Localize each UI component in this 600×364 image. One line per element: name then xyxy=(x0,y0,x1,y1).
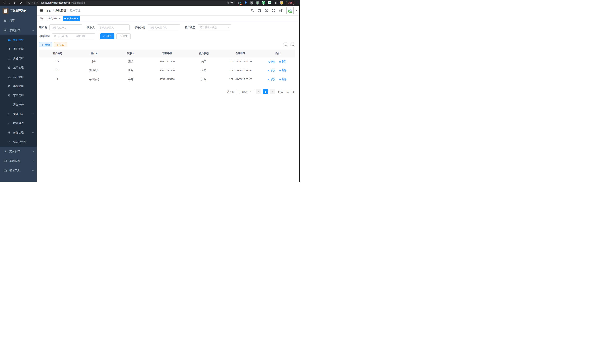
mobile-input[interactable] xyxy=(147,25,180,30)
chevron-right-icon xyxy=(272,91,273,93)
reset-button[interactable]: 重置 xyxy=(116,33,131,39)
tenant-users-icon xyxy=(8,38,11,41)
sidebar-item-label: 首页 xyxy=(9,19,15,22)
toolbox-icon xyxy=(4,169,7,172)
sidebar-item-online-user[interactable]: 在线用户 xyxy=(0,119,37,128)
refresh-table-button[interactable] xyxy=(290,42,295,47)
profile-avatar-icon[interactable] xyxy=(280,1,283,5)
delete-link[interactable]: 删除 xyxy=(279,78,286,81)
page-number-current[interactable]: 1 xyxy=(263,89,268,94)
column-header-status: 租户状态 xyxy=(186,50,222,57)
date-separator: - xyxy=(73,35,74,38)
filter-row-2: 创建时间 开始日期 - 结束日期 搜索 重置 xyxy=(39,33,295,39)
sidebar-item-post[interactable]: 岗位管理 xyxy=(0,82,37,91)
search-button-label: 搜索 xyxy=(107,35,112,38)
page-size-select[interactable]: 10条/页 xyxy=(236,89,254,94)
cell-id: 1 xyxy=(39,75,76,84)
address-bar[interactable]: 不安全 dashboard.yudao.iocoder.cn/system/te… xyxy=(26,0,235,5)
edit-link[interactable]: 修改 xyxy=(268,60,275,63)
bookmark-star-icon[interactable] xyxy=(230,1,233,4)
delete-link[interactable]: 删除 xyxy=(279,60,286,63)
close-icon[interactable]: × xyxy=(59,18,60,20)
sidebar-item-label: 系统管理 xyxy=(9,29,20,32)
extension-chat-icon[interactable] xyxy=(268,1,271,4)
org-tree-icon xyxy=(8,75,11,78)
browser-back-button[interactable] xyxy=(2,0,6,5)
share-icon[interactable] xyxy=(226,1,229,4)
sidebar-item-role[interactable]: 角色管理 xyxy=(0,54,37,63)
sidebar-item-infra[interactable]: 基础设施 xyxy=(0,156,37,166)
filter-mobile: 联系手机 xyxy=(134,25,180,30)
sidebar-item-dept[interactable]: 部门管理 xyxy=(0,72,37,82)
next-page-button[interactable] xyxy=(270,89,275,94)
gear-icon xyxy=(4,29,7,32)
column-header-mobile: 联系手机 xyxy=(149,50,186,57)
font-size-button[interactable] xyxy=(279,9,283,12)
tag-home[interactable]: 首页 xyxy=(38,16,46,21)
sidebar-item-menu[interactable]: 菜单管理 xyxy=(0,63,37,72)
sidebar-item-label: 错误码管理 xyxy=(13,140,26,144)
select-placeholder: 请选择租户状态 xyxy=(200,26,227,29)
contact-input[interactable] xyxy=(97,25,130,30)
edit-link[interactable]: 修改 xyxy=(268,78,275,81)
add-button[interactable]: 新增 xyxy=(39,42,52,47)
header-search-button[interactable] xyxy=(251,9,254,12)
extensions-puzzle-icon[interactable] xyxy=(274,1,277,5)
delete-link[interactable]: 删除 xyxy=(279,69,286,72)
table-row: 108 测试 测试 15601691300 关闭 2021-12-14 21:0… xyxy=(39,57,295,66)
docs-help-button[interactable] xyxy=(265,9,268,12)
cell-created: 2021-12-14 21:02:09 xyxy=(222,57,259,66)
extension-grid-icon[interactable]: 10 xyxy=(238,1,241,5)
sidebar-item-sms[interactable]: 短信管理 xyxy=(0,128,37,137)
status-select[interactable]: 请选择租户状态 xyxy=(197,25,231,30)
edit-pencil-icon xyxy=(268,60,270,63)
extension-pin-icon[interactable] xyxy=(244,1,247,5)
sidebar-item-home[interactable]: 首页 xyxy=(0,16,37,26)
browser-menu-button[interactable] xyxy=(297,2,297,4)
pin-drop-icon xyxy=(244,1,247,4)
sidebar-item-audit-log[interactable]: 审计日志 xyxy=(0,110,37,119)
browser-forward-button[interactable] xyxy=(7,0,12,5)
toggle-search-button[interactable] xyxy=(283,42,288,47)
sidebar-item-user[interactable]: 用户管理 xyxy=(0,45,37,54)
sidebar-item-label: 用户管理 xyxy=(13,47,24,51)
table-header: 租户编号 租户名 联系人 联系手机 租户状态 创建时间 操作 xyxy=(39,50,295,57)
sidebar-item-errorcode[interactable]: 错误码管理 xyxy=(0,137,37,147)
menu-tree-icon xyxy=(8,66,11,69)
extension-dot-icon[interactable] xyxy=(256,1,259,5)
fullscreen-button[interactable] xyxy=(272,9,275,12)
url-text[interactable]: dashboard.yudao.iocoder.cn/system/tenant xyxy=(41,1,225,4)
filter-label: 联系手机 xyxy=(134,26,145,29)
extension-y-icon[interactable]: Y xyxy=(262,1,265,5)
tag-tenant-active[interactable]: 租户管理 × xyxy=(63,16,80,21)
goto-page-input[interactable] xyxy=(285,89,291,94)
screen-right-edge xyxy=(300,6,300,182)
export-button[interactable]: 导出 xyxy=(54,42,67,47)
tag-dept[interactable]: 部门管理 × xyxy=(47,16,62,21)
prev-page-button[interactable] xyxy=(256,89,261,94)
breadcrumb-system[interactable]: 系统管理 xyxy=(56,9,66,12)
edit-link[interactable]: 修改 xyxy=(268,69,275,72)
security-label[interactable]: 不安全 xyxy=(31,1,38,4)
sidebar-item-pay[interactable]: ¥ 支付管理 xyxy=(0,147,37,156)
breadcrumb-home[interactable]: 首页 xyxy=(46,9,51,12)
browser-home-button[interactable] xyxy=(19,0,23,5)
sidebar-item-system[interactable]: 系统管理 xyxy=(0,26,37,35)
sidebar-item-notice[interactable]: 通知公告 xyxy=(0,100,37,110)
sidebar-collapse-button[interactable] xyxy=(37,9,46,12)
search-button[interactable]: 搜索 xyxy=(100,33,114,39)
sidebar-item-label: 通知公告 xyxy=(13,103,24,106)
user-avatar-menu[interactable] xyxy=(286,7,297,14)
browser-reload-button[interactable] xyxy=(13,0,18,5)
date-range-picker[interactable]: 开始日期 - 结束日期 xyxy=(52,33,95,39)
extension-command-icon[interactable] xyxy=(250,1,253,5)
app-logo-row[interactable]: 芋道管理系统 xyxy=(0,6,37,16)
cell-mobile: 17321315478 xyxy=(149,75,186,84)
sidebar-item-dict[interactable]: 字典管理 xyxy=(0,91,37,100)
browser-update-button[interactable]: 更新 xyxy=(286,1,294,5)
sidebar-item-tenant[interactable]: 租户管理 xyxy=(0,35,37,45)
sidebar-item-devtools[interactable]: 研发工具 xyxy=(0,166,37,176)
tenant-name-input[interactable] xyxy=(49,25,82,30)
close-icon[interactable]: × xyxy=(77,18,78,20)
github-link-button[interactable] xyxy=(258,9,261,12)
